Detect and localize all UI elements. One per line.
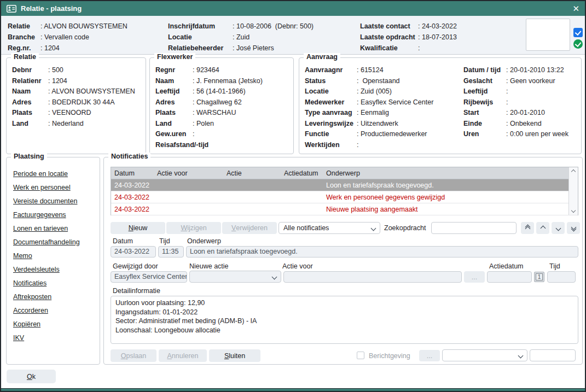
verwijderen-button[interactable]: Verwijderen — [222, 222, 277, 234]
field-value: 500 — [48, 65, 63, 76]
sidebar-item-kopieren[interactable]: Kopiëren — [13, 320, 100, 328]
field-label: Locatie — [305, 86, 357, 97]
table-row[interactable]: 24-03-2022 Nieuwe plaatsing aangemaakt — [111, 203, 578, 215]
scroll-up-icon[interactable] — [571, 169, 576, 174]
sidebar-item-verdeelsleutels[interactable]: Verdeelsleutels — [13, 266, 100, 273]
sidebar-item-documentafhandeling[interactable]: Documentafhandeling — [13, 238, 100, 246]
col-header-datum[interactable]: Datum — [111, 167, 154, 179]
sidebar-item-factuurgegevens[interactable]: Factuurgegevens — [13, 211, 100, 219]
cell-actie-voor — [154, 191, 223, 203]
sidebar-item-aftrekposten[interactable]: Aftrekposten — [13, 293, 100, 301]
opslaan-button[interactable]: Opslaan — [111, 349, 156, 362]
field-label: Reisafstand/-tijd — [155, 140, 193, 151]
tijd2-field[interactable] — [547, 271, 576, 283]
field-label: Einde — [463, 119, 506, 130]
field-value: Zuid (005) — [357, 86, 392, 97]
actiedatum-field[interactable] — [487, 271, 532, 283]
field-value: Productiemedewerker — [357, 129, 427, 140]
tijd-field[interactable]: 11:35 — [158, 246, 184, 258]
field-label: Relatienr — [12, 76, 48, 87]
field-value: 56 (14-01-1966) — [193, 86, 246, 97]
field-value: Polen — [193, 119, 214, 130]
first-record-button[interactable] — [521, 222, 534, 234]
datum-field[interactable]: 24-03-2022 — [111, 246, 156, 258]
chevron-down-icon — [555, 225, 561, 231]
zoekopdracht-input[interactable] — [431, 222, 517, 234]
detailinformatie-text[interactable]: Uurloon voor plaatsing: 12,90 Ingangsdat… — [111, 296, 578, 344]
table-scrollbar[interactable] — [568, 167, 578, 215]
sluiten-button[interactable]: Sluiten — [209, 349, 260, 362]
berichtgeving-extra-field[interactable] — [530, 349, 576, 361]
col-header-actie-voor[interactable]: Actie voor — [154, 167, 223, 179]
field-label: Status — [305, 76, 357, 87]
aanvraag-groupbox: Aanvraag Aanvraagnr615124 Status Opensta… — [299, 57, 582, 154]
col-header-onderwerp[interactable]: Onderwerp — [323, 167, 578, 179]
ok-button[interactable]: Ok — [7, 370, 56, 383]
berichtgeving-select[interactable] — [442, 349, 527, 361]
field-value: Uitzendwerk — [357, 119, 398, 130]
last-record-button[interactable] — [567, 222, 580, 234]
cell-onderwerp: Werk en personeel gegevens gewijzigd — [323, 191, 578, 203]
header-value: 18-07-2013 — [418, 32, 457, 43]
header-column-laatste: Laatste contact24-03-2022 Laatste opdrac… — [360, 21, 457, 54]
blue-checkbox-icon[interactable] — [573, 28, 583, 37]
field-value — [506, 97, 510, 108]
sidebar-item-ikv[interactable]: IKV — [13, 334, 100, 342]
flexwerker-groupbox: Flexwerker Regnr923464 NaamJ. Fennemaa (… — [149, 57, 294, 154]
onderwerp-field[interactable]: Loon en tariefafspraak toegevoegd. — [186, 246, 578, 258]
calendar-button[interactable]: 1 — [534, 272, 544, 282]
next-record-button[interactable] — [552, 222, 565, 234]
actie-voor-field[interactable] — [283, 271, 462, 283]
scroll-down-icon[interactable] — [571, 208, 576, 213]
col-header-actiedatum[interactable]: Actiedatum — [281, 167, 323, 179]
gewijzigd-door-field[interactable]: Easyflex Service Center — [111, 271, 187, 283]
contact-card-icon — [7, 5, 16, 13]
titlebar[interactable]: Relatie - plaatsing ✕ — [1, 1, 585, 16]
field-label: Naam — [12, 86, 48, 97]
nieuwe-actie-select[interactable] — [189, 271, 281, 283]
sidebar-item-werk-en-personeel[interactable]: Werk en personeel — [13, 184, 100, 191]
nieuw-button[interactable]: Nieuw — [111, 222, 165, 234]
wijzigen-button[interactable]: Wijzigen — [166, 222, 221, 234]
cell-actiedatum — [281, 179, 323, 191]
header-value: Zuid — [233, 32, 250, 43]
sidebar-item-periode-en-locatie[interactable]: Periode en locatie — [13, 170, 100, 178]
header-value: ALVON BOUWSYSTEMEN — [40, 21, 127, 32]
sidebar-item-notificaties[interactable]: Notificaties — [13, 279, 100, 287]
sidebar-item-lonen-en-tarieven[interactable]: Lonen en tarieven — [13, 225, 100, 232]
gewijzigd-door-label: Gewijzigd door — [113, 262, 158, 270]
sidebar-item-accorderen[interactable]: Accorderen — [13, 307, 100, 314]
field-label: Leveringswijze — [305, 119, 357, 130]
actie-voor-label: Actie voor — [282, 262, 313, 270]
table-row[interactable]: 24-03-2022 Werk en personeel gegevens ge… — [111, 191, 578, 203]
col-header-actie[interactable]: Actie — [223, 167, 281, 179]
header-column-inschrijving: Inschrijfdatum10-08-2006 (Debnr: 500) Lo… — [168, 21, 314, 54]
field-value: 615124 — [357, 65, 384, 76]
field-label: Plaats — [155, 108, 193, 119]
actie-voor-browse-button[interactable]: ... — [464, 271, 485, 283]
field-label: Regnr — [155, 65, 193, 76]
tijd2-label: Tijd — [549, 262, 560, 270]
cell-actie-voor — [154, 179, 223, 191]
nieuwe-actie-label: Nieuwe actie — [189, 262, 229, 270]
header-value: Vervallen code — [40, 32, 89, 43]
annuleren-button[interactable]: Annuleren — [159, 349, 207, 362]
sidebar-item-memo[interactable]: Memo — [13, 252, 100, 260]
plaatsing-legend: Plaatsing — [11, 153, 47, 160]
field-label: Medewerker — [305, 97, 357, 108]
table-row[interactable]: 24-03-2022 Loon en tariefafspraak toegev… — [111, 179, 578, 191]
sidebar-item-vereiste-documenten[interactable]: Vereiste documenten — [13, 197, 100, 205]
cell-actie — [223, 179, 281, 191]
field-label: Functie — [305, 129, 357, 140]
previous-record-button[interactable] — [536, 222, 549, 234]
notification-filter-select[interactable]: Alle notificaties — [279, 222, 380, 234]
header-label: Laatste opdracht — [360, 32, 418, 43]
field-value: 20-01-2010 — [506, 108, 545, 119]
cell-actiedatum — [281, 191, 323, 203]
close-icon[interactable]: ✕ — [572, 4, 579, 13]
berichtgeving-browse-button[interactable]: ... — [419, 350, 440, 361]
calendar-icon: 1 — [536, 273, 543, 280]
berichtgeving-checkbox[interactable] — [357, 352, 364, 359]
field-label: Werktijden — [305, 140, 357, 151]
field-label: Gew.uren — [155, 129, 193, 140]
